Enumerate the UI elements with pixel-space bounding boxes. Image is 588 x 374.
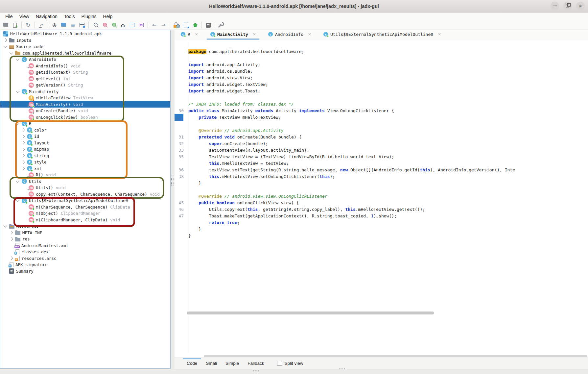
forward-icon[interactable] xyxy=(159,21,168,29)
tab-utils-externalsyntheticapimodeloutline0[interactable]: cUtils$$ExternalSyntheticApiModelOutline… xyxy=(320,30,444,40)
expander-icon[interactable] xyxy=(3,224,7,228)
tree-item[interactable]: mgetLevel()int xyxy=(0,76,170,82)
expander-icon[interactable] xyxy=(9,257,13,260)
expander-icon[interactable] xyxy=(16,89,19,93)
tree-item[interactable]: ccolor xyxy=(0,127,170,134)
tab-mainactivity[interactable]: cMainActivity× xyxy=(207,30,259,40)
split-view-toggle[interactable]: Split view xyxy=(277,361,303,366)
tree-item[interactable]: Resources xyxy=(0,223,170,230)
class-search-icon[interactable] xyxy=(109,21,118,29)
tab-close-icon[interactable]: × xyxy=(253,32,256,37)
tree-item[interactable]: cUtils$$ExternalSyntheticApiModelOutline… xyxy=(0,197,170,204)
tree-item[interactable]: m*AndroidInfo()void xyxy=(0,63,170,69)
close-button[interactable]: ✕ xyxy=(576,2,585,10)
tab-r[interactable]: cR× xyxy=(177,30,201,40)
split-view-checkbox[interactable] xyxy=(277,361,282,366)
menu-plugins[interactable]: Plugins xyxy=(78,13,100,20)
expander-icon[interactable] xyxy=(3,44,7,48)
expander-icon[interactable] xyxy=(21,154,25,158)
tree-item[interactable]: mm(CharSequence, CharSequence)ClipData xyxy=(0,204,170,211)
expander-icon[interactable] xyxy=(16,179,19,183)
tree-item[interactable]: m*Utils()void xyxy=(0,185,170,191)
tree-item[interactable]: kAPK signature xyxy=(0,262,170,268)
tab-androidinfo[interactable]: cAndroidInfo× xyxy=(265,30,315,40)
tab-close-icon[interactable]: × xyxy=(195,32,198,37)
expander-icon[interactable] xyxy=(16,121,19,125)
expander-icon[interactable] xyxy=(21,167,25,170)
tree-item[interactable]: mgetId(Context)String xyxy=(0,69,170,76)
log-viewer-icon[interactable] xyxy=(204,21,212,29)
packages-icon[interactable] xyxy=(59,21,68,29)
tree-item[interactable]: ilresources.arsc xyxy=(0,255,170,262)
bottom-hscrollbar[interactable] xyxy=(175,355,588,358)
expander-icon[interactable] xyxy=(16,198,19,202)
panel-splitter[interactable] xyxy=(171,30,175,369)
tree-item[interactable]: MFAndroidManifest.xml xyxy=(0,242,170,249)
tree-item[interactable]: clayout xyxy=(0,140,170,146)
tree-item[interactable]: Inputs xyxy=(0,37,170,44)
view-tab-fallback[interactable]: Fallback xyxy=(243,358,268,369)
comments-icon[interactable] xyxy=(128,21,136,29)
expander-icon[interactable] xyxy=(21,141,25,145)
comments-search-icon[interactable] xyxy=(137,21,145,29)
tree-item[interactable]: mm(ClipboardManager, ClipData)void xyxy=(0,217,170,223)
export-icon[interactable] xyxy=(37,21,45,29)
tree-item[interactable]: cMainActivity xyxy=(0,88,170,95)
tree-item[interactable]: cxml xyxy=(0,165,170,172)
tree-item[interactable]: HelloWorldSelfAware-1.1.0-android.apk xyxy=(0,31,170,37)
tree-item[interactable]: cstring xyxy=(0,153,170,159)
menu-file[interactable]: File xyxy=(2,13,16,20)
tree-item[interactable]: res xyxy=(0,236,170,242)
debugger-icon[interactable] xyxy=(191,21,199,29)
decompile-all-icon[interactable] xyxy=(50,21,59,29)
tree-item[interactable]: monCreate(Bundle)void xyxy=(0,108,170,114)
menu-view[interactable]: View xyxy=(16,13,33,20)
tree-item[interactable]: cmipmap xyxy=(0,146,170,153)
tree-item[interactable]: cAndroidInfo xyxy=(0,56,170,63)
view-tab-smali[interactable]: Smali xyxy=(201,358,221,369)
add-files-icon[interactable] xyxy=(11,21,19,29)
expander-icon[interactable] xyxy=(21,128,25,132)
tab-close-icon[interactable]: × xyxy=(438,32,441,37)
expander-icon[interactable] xyxy=(21,160,25,164)
view-tab-code[interactable]: Code xyxy=(182,358,201,369)
code-editor[interactable]: package com.appliberated.helloworldselfa… xyxy=(175,40,588,355)
reload-icon[interactable] xyxy=(24,21,32,29)
view-tab-simple[interactable]: Simple xyxy=(221,358,243,369)
flat-packages-icon[interactable] xyxy=(69,21,77,29)
tree-item[interactable]: cR xyxy=(0,120,170,127)
tree-item[interactable]: m*MainActivity()void xyxy=(0,101,170,108)
tree-item[interactable]: cid xyxy=(0,133,170,140)
tree-item[interactable]: m*R()void xyxy=(0,172,170,178)
main-activity-icon[interactable] xyxy=(119,21,127,29)
tree-item[interactable]: monLongClick(View)boolean xyxy=(0,114,170,121)
preferences-icon[interactable] xyxy=(217,21,225,29)
tree-item[interactable]: cUtils xyxy=(0,178,170,185)
expander-icon[interactable] xyxy=(21,135,25,138)
expander-icon[interactable] xyxy=(9,231,13,235)
expander-icon[interactable] xyxy=(16,57,19,61)
tree-item[interactable]: fmHelloTextViewTextView xyxy=(0,95,170,101)
open-file-icon[interactable] xyxy=(2,21,10,29)
minimize-button[interactable] xyxy=(551,2,559,10)
text-search-icon[interactable] xyxy=(100,21,108,29)
tree-item[interactable]: mgetVersion()String xyxy=(0,82,170,88)
deobfuscation-icon[interactable] xyxy=(173,21,181,29)
tree-item[interactable]: Source code xyxy=(0,43,170,50)
expander-icon[interactable] xyxy=(21,147,25,151)
splitter-dots-icon[interactable]: ••• xyxy=(253,369,260,373)
expander-icon[interactable] xyxy=(3,38,7,42)
tab-close-icon[interactable]: × xyxy=(308,32,311,37)
tree-item[interactable]: mcopyText(Context, CharSequence, CharSeq… xyxy=(0,191,170,198)
menu-tools[interactable]: Tools xyxy=(61,13,78,20)
expander-icon[interactable] xyxy=(9,51,13,54)
splitter-dots-icon[interactable]: ••• xyxy=(339,367,346,371)
tree-item[interactable]: com.appliberated.helloworldselfaware xyxy=(0,50,170,57)
device-icon[interactable] xyxy=(182,21,190,29)
view-table-icon[interactable] xyxy=(78,21,86,29)
tree-item[interactable]: cstyle xyxy=(0,159,170,165)
tree-item[interactable]: ≡Summary xyxy=(0,268,170,275)
tree-item[interactable]: mm(Object)ClipboardManager xyxy=(0,210,170,217)
code-hscrollbar-thumb[interactable] xyxy=(187,312,434,314)
maximize-button[interactable] xyxy=(563,2,572,10)
